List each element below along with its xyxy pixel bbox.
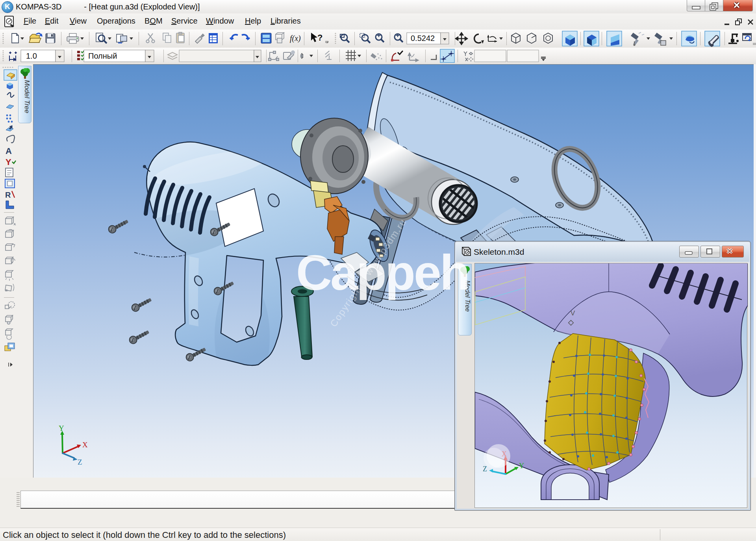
svg-text:Y: Y (6, 157, 11, 167)
svg-text:Y: Y (59, 424, 64, 432)
svg-text:R: R (5, 191, 11, 199)
svg-text:V: V (571, 309, 575, 317)
svg-text:Z: Z (78, 458, 82, 466)
svg-text:X: X (82, 441, 88, 449)
svg-text:A: A (6, 146, 12, 156)
svg-text:Y: Y (519, 462, 524, 470)
svg-text:1.0: 1.0 (26, 52, 37, 60)
svg-text:0.5242: 0.5242 (411, 34, 435, 43)
svg-text:Полный: Полный (88, 52, 117, 60)
svg-text:f(x): f(x) (290, 34, 301, 43)
svg-text:?: ? (317, 33, 322, 43)
svg-text:Z: Z (483, 465, 487, 473)
